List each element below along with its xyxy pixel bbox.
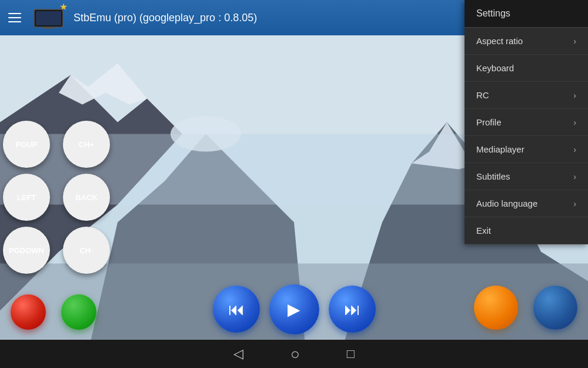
- controls-row-3: PGDOWN CH-: [3, 227, 117, 274]
- forward-icon: ⏭: [344, 300, 360, 319]
- menu-item-subtitles[interactable]: Subtitles›: [465, 163, 588, 190]
- menu-item-label-rc: RC: [476, 90, 489, 100]
- forward-button[interactable]: ⏭: [329, 286, 376, 333]
- svg-rect-12: [43, 27, 54, 29]
- ham-line-2: [8, 17, 21, 18]
- orange-button[interactable]: [474, 286, 518, 330]
- menu-item-label-audio-language: Audio language: [476, 198, 537, 208]
- rewind-button[interactable]: ⏮: [213, 286, 260, 333]
- ham-line-1: [8, 13, 21, 14]
- chevron-icon-audio-language: ›: [573, 199, 576, 208]
- menu-item-rc[interactable]: RC›: [465, 82, 588, 109]
- ham-line-3: [8, 21, 21, 22]
- pgdown-button[interactable]: PGDOWN: [3, 227, 50, 274]
- controls-row-2: LEFT BACK: [3, 174, 117, 221]
- tv-icon-area: ★: [32, 6, 65, 29]
- menu-items-container: Aspect ratio›KeyboardRC›Profile›Mediapla…: [465, 28, 588, 244]
- left-button[interactable]: LEFT: [3, 174, 50, 221]
- menu-item-keyboard[interactable]: Keyboard: [465, 55, 588, 82]
- menu-item-label-profile: Profile: [476, 117, 502, 127]
- settings-header: Settings: [465, 0, 588, 28]
- darkblue-button[interactable]: [533, 286, 577, 330]
- chplus-button[interactable]: CH+: [63, 121, 110, 168]
- menu-item-label-mediaplayer: Mediaplayer: [476, 144, 524, 154]
- control-buttons-area: PGUP CH+ LEFT BACK PGDOWN CH-: [3, 121, 117, 280]
- menu-item-profile[interactable]: Profile›: [465, 109, 588, 136]
- menu-item-mediaplayer[interactable]: Mediaplayer›: [465, 136, 588, 163]
- menu-item-exit[interactable]: Exit: [465, 217, 588, 244]
- chevron-icon-rc: ›: [573, 91, 576, 100]
- color-buttons-right: [469, 286, 582, 330]
- svg-rect-11: [36, 11, 61, 25]
- navigation-bar: ◁ ○ □: [0, 340, 588, 368]
- chevron-icon-subtitles: ›: [573, 172, 576, 181]
- back-nav-button[interactable]: ◁: [233, 346, 243, 362]
- pgup-button[interactable]: PGUP: [3, 121, 50, 168]
- menu-item-label-exit: Exit: [476, 226, 491, 236]
- play-button[interactable]: ▶: [269, 284, 319, 334]
- recents-nav-button[interactable]: □: [347, 346, 355, 362]
- app-title: StbEmu (pro) (googleplay_pro : 0.8.05): [74, 12, 257, 24]
- menu-item-aspect-ratio[interactable]: Aspect ratio›: [465, 28, 588, 55]
- hamburger-button[interactable]: [0, 0, 29, 35]
- menu-item-audio-language[interactable]: Audio language›: [465, 190, 588, 217]
- play-icon: ▶: [288, 300, 300, 319]
- tv-icon: [32, 6, 65, 29]
- chminus-button[interactable]: CH-: [63, 227, 110, 274]
- back-button[interactable]: BACK: [63, 174, 110, 221]
- menu-item-label-aspect-ratio: Aspect ratio: [476, 36, 523, 46]
- settings-dropdown-menu: Settings Aspect ratio›KeyboardRC›Profile…: [465, 0, 588, 244]
- chevron-icon-aspect-ratio: ›: [573, 37, 576, 46]
- chevron-icon-profile: ›: [573, 118, 576, 127]
- controls-row-1: PGUP CH+: [3, 121, 117, 168]
- chevron-icon-mediaplayer: ›: [573, 145, 576, 154]
- rewind-icon: ⏮: [228, 300, 245, 319]
- settings-header-label: Settings: [476, 8, 510, 19]
- menu-item-label-subtitles: Subtitles: [476, 171, 510, 181]
- home-nav-button[interactable]: ○: [290, 345, 300, 363]
- menu-item-label-keyboard: Keyboard: [476, 63, 514, 73]
